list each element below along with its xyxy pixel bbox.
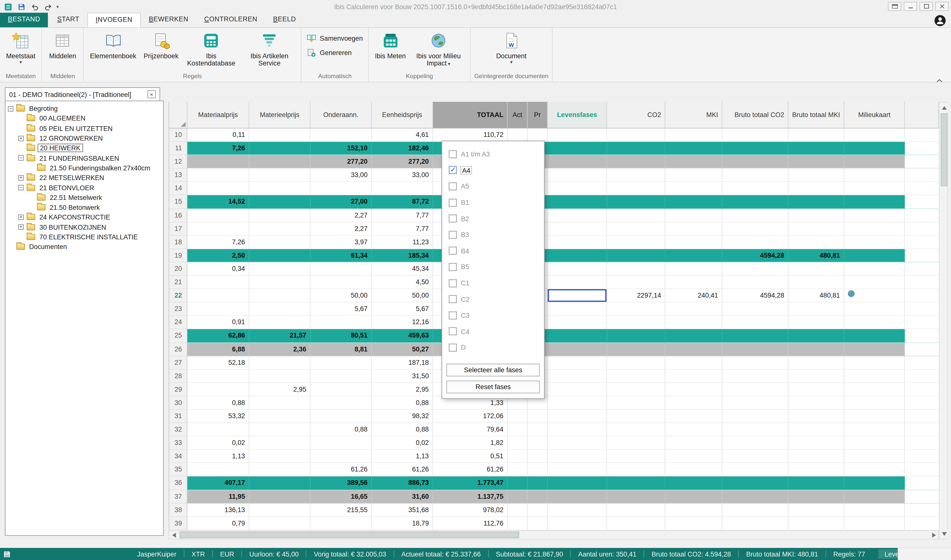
tree-item-12-grondwerken[interactable]: +12 GRONDWERKEN bbox=[5, 133, 163, 143]
grid-cell-matl[interactable] bbox=[249, 128, 310, 142]
grid-cell-mat[interactable] bbox=[187, 155, 249, 169]
grid-cell-ond[interactable] bbox=[310, 316, 372, 329]
grid-cell-mat[interactable]: 62,86 bbox=[187, 329, 249, 343]
grid-cell-co2[interactable] bbox=[607, 477, 665, 490]
grid-cell-pr[interactable] bbox=[528, 423, 548, 437]
grid-cell-lev[interactable] bbox=[548, 169, 607, 182]
select-all-corner[interactable] bbox=[169, 102, 187, 129]
grid-cell-co2[interactable] bbox=[607, 276, 665, 289]
grid-cell-matl[interactable] bbox=[249, 423, 310, 437]
grid-cell-bmki[interactable] bbox=[788, 276, 844, 289]
col-header-bruto-totaal-mki[interactable]: Bruto totaal MKI bbox=[788, 102, 844, 129]
grid-cell-matl[interactable] bbox=[249, 356, 310, 369]
grid-cell-milieu[interactable] bbox=[844, 276, 905, 289]
grid-cell-act[interactable] bbox=[508, 437, 528, 450]
col-header-onderaann[interactable]: Onderaann. bbox=[310, 102, 372, 129]
grid-cell-ond[interactable] bbox=[310, 356, 372, 369]
grid-cell-eenh[interactable]: 5,67 bbox=[372, 303, 433, 316]
grid-cell-lev[interactable] bbox=[548, 303, 607, 316]
grid-cell-lev[interactable] bbox=[548, 369, 607, 383]
grid-cell-mat[interactable] bbox=[187, 209, 249, 222]
grid-cell-ond[interactable] bbox=[310, 437, 372, 450]
grid-cell-milieu[interactable] bbox=[844, 195, 905, 209]
checkbox-icon[interactable] bbox=[449, 263, 457, 271]
grid-cell-ond[interactable]: 389,56 bbox=[310, 477, 372, 490]
ribbon-button-document[interactable]: WDocument▾ bbox=[493, 30, 529, 66]
grid-cell-bmki[interactable] bbox=[788, 182, 844, 195]
grid-cell-mki[interactable] bbox=[665, 128, 723, 142]
grid-cell-act[interactable] bbox=[508, 128, 528, 142]
grid-cell-bco2[interactable] bbox=[723, 423, 788, 437]
grid-cell-eenh[interactable]: 2,95 bbox=[372, 383, 433, 396]
grid-cell-bco2[interactable] bbox=[723, 262, 788, 276]
grid-cell-milieu[interactable] bbox=[844, 423, 905, 437]
grid-cell-ond[interactable] bbox=[310, 450, 372, 463]
grid-cell-bmki[interactable] bbox=[788, 329, 844, 343]
grid-cell-matl[interactable] bbox=[249, 490, 310, 503]
grid-cell-ond[interactable] bbox=[310, 262, 372, 276]
tree-item-21-betonvloer[interactable]: −21 BETONVLOER bbox=[5, 183, 163, 193]
grid-cell-bmki[interactable] bbox=[788, 437, 844, 450]
col-header-act[interactable]: Act bbox=[508, 102, 528, 129]
row-header[interactable]: 33 bbox=[169, 437, 187, 450]
grid-cell-milieu[interactable] bbox=[844, 410, 905, 423]
grid-cell-eenh[interactable]: 31,60 bbox=[372, 490, 433, 503]
tree-item-21-50-betonwerk[interactable]: 21.50 Betonwerk bbox=[5, 202, 163, 212]
row-header[interactable]: 17 bbox=[169, 222, 187, 235]
grid-cell-matl[interactable] bbox=[249, 503, 310, 517]
grid-cell-bco2[interactable] bbox=[723, 182, 788, 195]
grid-cell-mki[interactable] bbox=[665, 303, 723, 316]
grid-cell-matl[interactable] bbox=[249, 463, 310, 477]
levensfase-option-c1[interactable]: C1 bbox=[442, 275, 544, 291]
grid-cell-tot[interactable]: 978,02 bbox=[433, 503, 508, 517]
levensfase-option-a1-t-m-a3[interactable]: A1 t/m A3 bbox=[442, 146, 544, 162]
grid-cell-ond[interactable]: 61,34 bbox=[310, 249, 372, 262]
ribbon-button-ibis-meten[interactable]: Ibis Meten bbox=[373, 30, 408, 61]
grid-cell-lev[interactable] bbox=[548, 490, 607, 503]
grid-cell-lev[interactable] bbox=[548, 423, 607, 437]
grid-cell-mki[interactable] bbox=[665, 195, 723, 209]
grid-cell-eenh[interactable]: 277,20 bbox=[372, 155, 433, 169]
grid-cell-mat[interactable] bbox=[187, 222, 249, 235]
grid-cell-act[interactable] bbox=[508, 517, 528, 530]
grid-cell-co2[interactable] bbox=[607, 503, 665, 517]
grid-cell-ond[interactable]: 80,51 bbox=[310, 329, 372, 343]
expand-icon[interactable]: + bbox=[18, 225, 26, 230]
tree-item-documenten[interactable]: Documenten bbox=[5, 242, 163, 252]
grid-cell-eenh[interactable]: 87,72 bbox=[372, 195, 433, 209]
row-header[interactable]: 38 bbox=[169, 503, 187, 517]
grid-cell-lev[interactable] bbox=[548, 262, 607, 276]
grid-cell-mki[interactable] bbox=[665, 437, 723, 450]
grid-cell-milieu[interactable] bbox=[844, 128, 905, 142]
row-header[interactable]: 16 bbox=[169, 209, 187, 222]
grid-cell-lev[interactable] bbox=[548, 209, 607, 222]
grid-cell-ond[interactable]: 2,27 bbox=[310, 222, 372, 235]
grid-cell-act[interactable] bbox=[508, 503, 528, 517]
grid-cell-bmki[interactable] bbox=[788, 222, 844, 235]
grid-cell-co2[interactable] bbox=[607, 262, 665, 276]
grid-cell-bco2[interactable] bbox=[723, 477, 788, 490]
grid-cell-pr[interactable] bbox=[528, 437, 548, 450]
grid-cell-co2[interactable] bbox=[607, 356, 665, 369]
grid-cell-mat[interactable] bbox=[187, 182, 249, 195]
close-icon[interactable]: × bbox=[147, 90, 156, 98]
levensfase-option-c3[interactable]: C3 bbox=[442, 307, 544, 323]
grid-cell-bmki[interactable] bbox=[788, 423, 844, 437]
grid-cell-mki[interactable] bbox=[665, 383, 723, 396]
checkbox-icon[interactable] bbox=[449, 295, 457, 303]
grid-cell-eenh[interactable]: 7,77 bbox=[372, 222, 433, 235]
grid-cell-bmki[interactable] bbox=[788, 356, 844, 369]
grid-cell-milieu[interactable] bbox=[844, 356, 905, 369]
account-icon[interactable] bbox=[934, 15, 946, 27]
levensfase-option-c2[interactable]: C2 bbox=[442, 291, 544, 307]
grid-cell-milieu[interactable] bbox=[844, 437, 905, 450]
grid-cell-matl[interactable] bbox=[249, 222, 310, 235]
grid-cell-mki[interactable] bbox=[665, 517, 723, 530]
grid-cell-mat[interactable] bbox=[187, 463, 249, 477]
expand-icon[interactable]: + bbox=[18, 135, 26, 141]
customize-caret-icon[interactable]: ▾ bbox=[56, 4, 59, 9]
grid-cell-mat[interactable]: 407,17 bbox=[187, 477, 249, 490]
grid-cell-matl[interactable] bbox=[249, 450, 310, 463]
grid-cell-lev[interactable] bbox=[548, 128, 607, 142]
grid-cell-matl[interactable] bbox=[249, 477, 310, 490]
